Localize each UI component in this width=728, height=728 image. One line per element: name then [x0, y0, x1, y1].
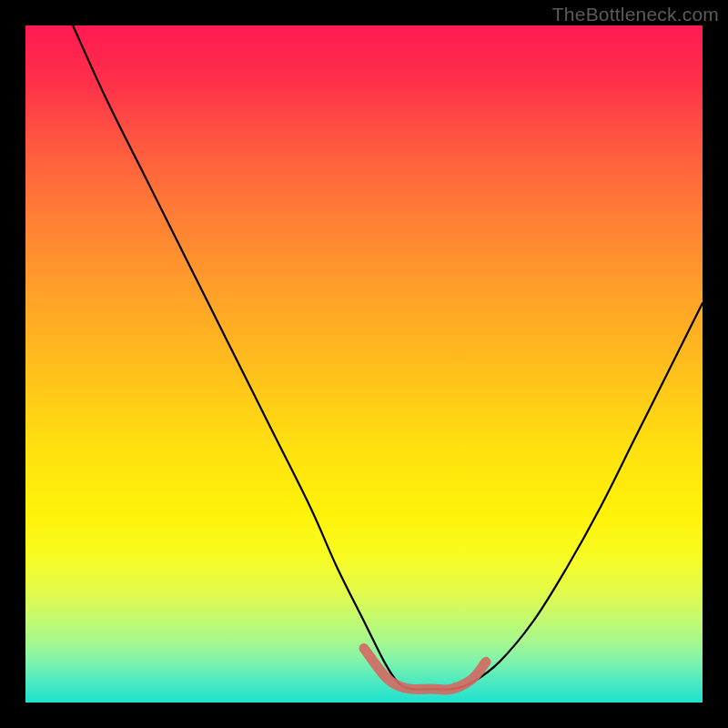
- attribution-text: TheBottleneck.com: [552, 4, 719, 25]
- highlight-marker: [364, 648, 486, 690]
- bottleneck-curve: [73, 25, 703, 690]
- chart-frame: TheBottleneck.com: [0, 0, 728, 728]
- curve-layer: [25, 25, 703, 703]
- plot-area: [25, 25, 703, 703]
